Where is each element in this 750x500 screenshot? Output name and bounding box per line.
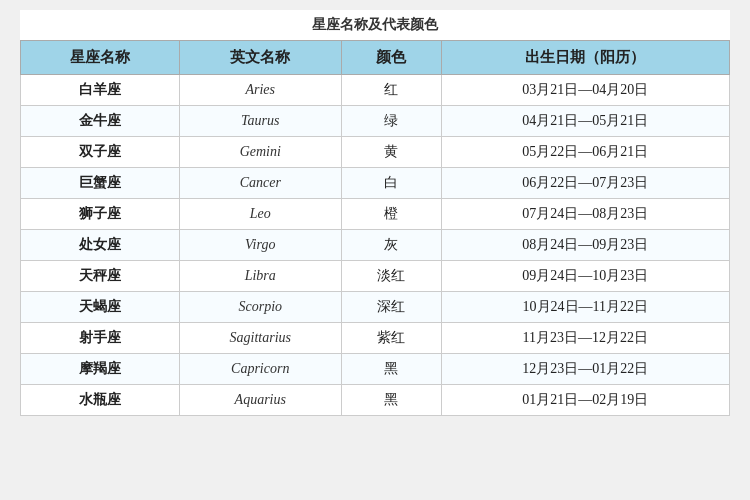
cell-color: 深红 (341, 292, 441, 323)
cell-chinese: 水瓶座 (21, 385, 180, 416)
cell-english: Taurus (179, 106, 341, 137)
table-row: 水瓶座Aquarius黑01月21日—02月19日 (21, 385, 730, 416)
cell-english: Capricorn (179, 354, 341, 385)
cell-chinese: 射手座 (21, 323, 180, 354)
cell-color: 黄 (341, 137, 441, 168)
cell-chinese: 白羊座 (21, 75, 180, 106)
table-row: 狮子座Leo橙07月24日—08月23日 (21, 199, 730, 230)
table-row: 金牛座Taurus绿04月21日—05月21日 (21, 106, 730, 137)
cell-dates: 04月21日—05月21日 (441, 106, 729, 137)
table-row: 双子座Gemini黄05月22日—06月21日 (21, 137, 730, 168)
cell-chinese: 狮子座 (21, 199, 180, 230)
cell-english: Scorpio (179, 292, 341, 323)
cell-color: 黑 (341, 385, 441, 416)
table-row: 摩羯座Capricorn黑12月23日—01月22日 (21, 354, 730, 385)
cell-dates: 01月21日—02月19日 (441, 385, 729, 416)
header-chinese: 星座名称 (21, 41, 180, 75)
table-row: 处女座Virgo灰08月24日—09月23日 (21, 230, 730, 261)
main-container: 星座名称及代表颜色 星座名称 英文名称 颜色 出生日期（阳历） 白羊座Aries… (20, 10, 730, 416)
cell-color: 红 (341, 75, 441, 106)
header-english: 英文名称 (179, 41, 341, 75)
cell-color: 淡红 (341, 261, 441, 292)
cell-color: 黑 (341, 354, 441, 385)
cell-english: Sagittarius (179, 323, 341, 354)
table-row: 天秤座Libra淡红09月24日—10月23日 (21, 261, 730, 292)
cell-color: 白 (341, 168, 441, 199)
cell-color: 紫红 (341, 323, 441, 354)
cell-dates: 06月22日—07月23日 (441, 168, 729, 199)
cell-dates: 11月23日—12月22日 (441, 323, 729, 354)
zodiac-table: 星座名称 英文名称 颜色 出生日期（阳历） 白羊座Aries红03月21日—04… (20, 40, 730, 416)
cell-chinese: 双子座 (21, 137, 180, 168)
cell-chinese: 处女座 (21, 230, 180, 261)
cell-chinese: 摩羯座 (21, 354, 180, 385)
cell-english: Libra (179, 261, 341, 292)
cell-dates: 12月23日—01月22日 (441, 354, 729, 385)
cell-chinese: 天秤座 (21, 261, 180, 292)
cell-dates: 09月24日—10月23日 (441, 261, 729, 292)
cell-english: Aquarius (179, 385, 341, 416)
cell-chinese: 金牛座 (21, 106, 180, 137)
table-row: 巨蟹座Cancer白06月22日—07月23日 (21, 168, 730, 199)
table-row: 天蝎座Scorpio深红10月24日—11月22日 (21, 292, 730, 323)
cell-english: Cancer (179, 168, 341, 199)
header-dates: 出生日期（阳历） (441, 41, 729, 75)
table-header-row: 星座名称 英文名称 颜色 出生日期（阳历） (21, 41, 730, 75)
cell-color: 橙 (341, 199, 441, 230)
cell-english: Aries (179, 75, 341, 106)
cell-color: 灰 (341, 230, 441, 261)
cell-dates: 03月21日—04月20日 (441, 75, 729, 106)
page-title: 星座名称及代表颜色 (20, 10, 730, 40)
cell-dates: 08月24日—09月23日 (441, 230, 729, 261)
cell-dates: 07月24日—08月23日 (441, 199, 729, 230)
table-row: 白羊座Aries红03月21日—04月20日 (21, 75, 730, 106)
cell-color: 绿 (341, 106, 441, 137)
table-row: 射手座Sagittarius紫红11月23日—12月22日 (21, 323, 730, 354)
cell-english: Gemini (179, 137, 341, 168)
cell-dates: 10月24日—11月22日 (441, 292, 729, 323)
cell-chinese: 天蝎座 (21, 292, 180, 323)
cell-english: Leo (179, 199, 341, 230)
cell-chinese: 巨蟹座 (21, 168, 180, 199)
header-color: 颜色 (341, 41, 441, 75)
cell-english: Virgo (179, 230, 341, 261)
cell-dates: 05月22日—06月21日 (441, 137, 729, 168)
